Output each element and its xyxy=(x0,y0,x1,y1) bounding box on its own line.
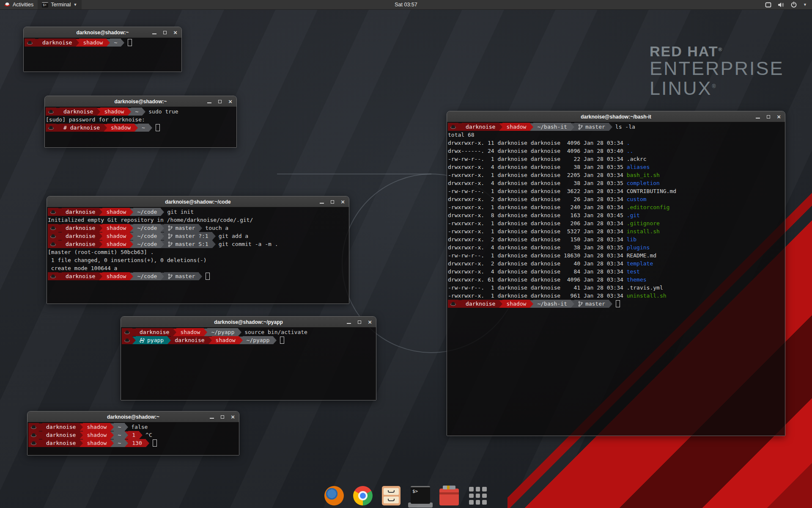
terminal-content[interactable]: darknoiseshadow~/pyappsource bin/activat… xyxy=(121,327,376,400)
terminal-content[interactable]: darknoiseshadow~falsedarknoiseshadow~1^C… xyxy=(27,422,239,455)
maximize-button[interactable] xyxy=(767,115,770,119)
chrome-icon[interactable] xyxy=(353,486,373,505)
minimize-button[interactable] xyxy=(347,320,351,324)
titlebar[interactable]: darknoise@shadow:~/bash-it × xyxy=(447,111,785,122)
prompt-segment-distro xyxy=(48,272,58,280)
prompt-segment-host: shadow xyxy=(102,232,130,240)
prompt-segment-host: shadow xyxy=(102,224,130,232)
powerline-separator xyxy=(39,439,42,447)
close-button[interactable]: × xyxy=(777,113,781,120)
close-button[interactable]: × xyxy=(341,199,345,205)
powerline-separator xyxy=(104,124,107,132)
ls-row-filename: template xyxy=(627,260,653,267)
close-button[interactable]: × xyxy=(173,29,177,36)
terminal-line: # darknoiseshadow~ xyxy=(46,124,236,132)
ls-row-meta: drwxrwxr-x. 4 darknoise darknoise 38 Jan… xyxy=(448,180,627,186)
minimize-button[interactable] xyxy=(320,200,324,204)
ls-row-filename: uninstall.sh xyxy=(627,293,667,299)
powerline-separator xyxy=(125,423,128,431)
terminal-cursor xyxy=(156,124,160,131)
powerline-separator xyxy=(530,123,533,131)
files-icon[interactable] xyxy=(382,486,401,505)
prompt-segment-user: darknoise xyxy=(62,232,99,240)
output-text: total 68 xyxy=(448,132,475,138)
ls-row-filename: install.sh xyxy=(627,228,660,235)
ls-row-meta: -rwxrwxr-x. 1 darknoise darknoise 5327 J… xyxy=(448,228,627,235)
rhel-branding: RED HAT® ENTERPRISE LINUX® xyxy=(650,44,784,99)
ls-row-meta: drwxrwxr-x. 2 darknoise darknoise 150 Ja… xyxy=(448,236,627,243)
maximize-button[interactable] xyxy=(358,320,361,324)
firefox-icon[interactable] xyxy=(324,486,344,505)
prompt-segment-path: ~ xyxy=(110,39,121,47)
terminal-content[interactable]: darknoiseshadow~/codegit initInitialized… xyxy=(47,207,349,304)
window-title: darknoise@shadow:~/code xyxy=(165,199,230,205)
prompt-segment-user: darknoise xyxy=(60,108,97,116)
prompt-segment-path: ~/code xyxy=(133,232,161,240)
terminal-content[interactable]: darknoiseshadow~ xyxy=(24,38,181,72)
close-button[interactable]: × xyxy=(231,414,235,420)
prompt-segment-git: master xyxy=(164,224,199,232)
maximize-button[interactable] xyxy=(221,415,224,419)
ls-row-filename: CONTRIBUTING.md xyxy=(627,188,676,194)
powerline-separator xyxy=(132,337,136,344)
ls-row-meta: drwxrwxr-x. 8 darknoise darknoise 163 Ja… xyxy=(448,212,627,218)
close-button[interactable]: × xyxy=(368,319,372,325)
terminal-window-sudo: darknoise@shadow:~ × darknoiseshadow~sud… xyxy=(44,96,237,148)
prompt-segment-path: ~ xyxy=(138,124,149,132)
app-menu-terminal[interactable]: $> Terminal ▼ xyxy=(38,0,81,9)
ls-row-filename: custom xyxy=(627,196,647,202)
redhat-icon xyxy=(124,338,130,342)
ls-row-meta: -rwxrwxr-x. 1 darknoise darknoise 240 Ja… xyxy=(448,204,627,210)
titlebar[interactable]: darknoise@shadow:~ × xyxy=(45,96,236,107)
ls-row-meta: -rwxrwxr-x. 1 darknoise darknoise 961 Ja… xyxy=(448,293,627,299)
terminal-line: drwxrwxr-x. 4 darknoise darknoise 38 Jan… xyxy=(448,179,785,187)
titlebar[interactable]: darknoise@shadow:~ × xyxy=(27,411,239,422)
terminal-window-home-small: darknoise@shadow:~ × darknoiseshadow~ xyxy=(23,27,182,72)
command-text: git init xyxy=(167,209,194,215)
titlebar[interactable]: darknoise@shadow:~/code × xyxy=(47,196,349,207)
ls-row-filename: themes xyxy=(627,276,647,283)
ls-row-filename: bash_it.sh xyxy=(627,172,660,178)
minimize-button[interactable] xyxy=(207,100,211,103)
maximize-button[interactable] xyxy=(218,100,222,103)
minimize-button[interactable] xyxy=(756,115,760,119)
titlebar[interactable]: darknoise@shadow:~/pyapp × xyxy=(121,317,376,328)
terminal-window-exitcodes: darknoise@shadow:~ × darknoiseshadow~fal… xyxy=(27,411,239,456)
prompt-segment-git: master ?:1 xyxy=(164,232,212,240)
system-tray[interactable]: ▼ xyxy=(765,0,812,9)
terminal-line: -rwxrwxr-x. 1 darknoise darknoise 5327 J… xyxy=(448,227,785,235)
app-grid-icon[interactable] xyxy=(468,486,488,505)
toolbox-icon[interactable] xyxy=(439,486,459,505)
minimize-button[interactable] xyxy=(210,415,214,419)
terminal-line: Initialized empty Git repository in /hom… xyxy=(48,216,349,224)
command-text: git add a xyxy=(219,233,248,239)
maximize-button[interactable] xyxy=(163,31,167,34)
powerline-separator xyxy=(273,337,277,344)
prompt-segment-distro xyxy=(122,336,132,344)
powerline-separator xyxy=(110,431,114,439)
terminal-content[interactable]: darknoiseshadow~/bash-itmasterls -latota… xyxy=(447,122,785,436)
prompt-segment-host: shadow xyxy=(502,300,530,308)
powerline-separator xyxy=(130,224,133,232)
screen-icon xyxy=(765,2,771,8)
power-icon xyxy=(791,2,797,8)
titlebar[interactable]: darknoise@shadow:~ × xyxy=(24,27,181,38)
maximize-button[interactable] xyxy=(331,200,334,204)
terminal-icon[interactable]: $> xyxy=(411,486,430,505)
prompt-segment-distro xyxy=(48,232,58,240)
clock[interactable]: Sat 03:57 xyxy=(395,2,417,8)
powerline-separator xyxy=(99,208,102,216)
terminal-content[interactable]: darknoiseshadow~sudo true[sudo] password… xyxy=(45,107,236,147)
prompt-segment-user: darknoise xyxy=(171,336,208,344)
powerline-separator xyxy=(56,124,60,132)
branding-line2: ENTERPRISE xyxy=(650,59,784,79)
ls-row-meta: -rw-rw-r--. 1 darknoise darknoise 18630 … xyxy=(448,252,627,259)
clock-area: Sat 03:57 xyxy=(0,2,812,8)
activities-button[interactable]: Activities xyxy=(0,0,38,9)
powerline-separator xyxy=(125,431,128,439)
ls-row-meta: drwxrwxr-x. 4 darknoise darknoise 84 Jan… xyxy=(448,268,627,275)
minimize-button[interactable] xyxy=(152,31,156,34)
command-text: ls -la xyxy=(615,124,635,130)
close-button[interactable]: × xyxy=(228,98,232,105)
terminal-line: drwxrwxr-x. 4 darknoise darknoise 38 Jan… xyxy=(448,243,785,251)
